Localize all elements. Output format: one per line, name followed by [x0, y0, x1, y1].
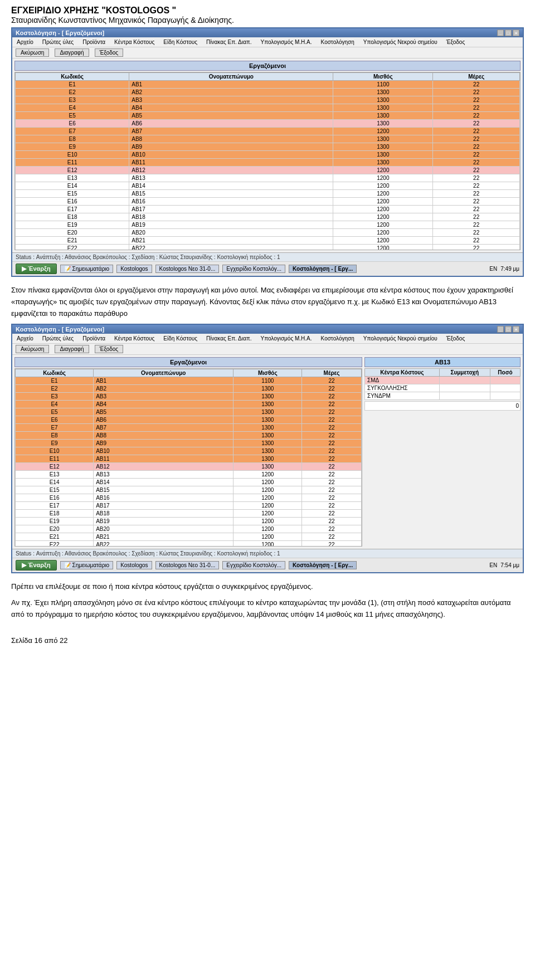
start-button-2[interactable]: ▶ Έναρξη [16, 560, 57, 571]
table-row[interactable]: Ε8 ΑΒ8 1300 22 [16, 135, 520, 143]
minimize-button[interactable]: _ [497, 30, 504, 36]
table-row[interactable]: Ε5 ΑΒ5 1300 22 [16, 112, 520, 120]
menu-eidi[interactable]: Είδη Κόστους [161, 38, 200, 46]
col-days: Μέρες [433, 73, 520, 81]
menu-archeo[interactable]: Αρχείο [14, 38, 36, 46]
taskbar2-kostologisi[interactable]: Κοστολόγηση - [ Εργ... [289, 561, 357, 569]
table-row[interactable]: Ε19 ΑΒ19 1200 22 [16, 518, 362, 525]
cell-participation[interactable] [439, 392, 490, 400]
maximize-button[interactable]: □ [505, 30, 512, 36]
table-row[interactable]: Ε2 ΑΒ2 1300 22 [16, 385, 362, 393]
table-row[interactable]: Ε5 ΑΒ5 1300 22 [16, 408, 362, 416]
menu-exodos[interactable]: Έξοδος [444, 38, 468, 46]
close-button-2[interactable]: × [513, 326, 519, 333]
list-item[interactable]: ΣΥΓΚΟΛΛΗΣΗΣ [365, 384, 521, 392]
table-row[interactable]: Ε4 ΑΒ4 1300 22 [16, 104, 520, 112]
menu2-nekro[interactable]: Υπολογισμός Νεκρού σημείου [361, 335, 440, 342]
table-row[interactable]: Ε1 ΑΒ1 1100 22 [16, 377, 362, 385]
delete-button-2[interactable]: Διαγραφή [55, 345, 89, 353]
table-row[interactable]: Ε14 ΑΒ14 1200 22 [16, 182, 520, 190]
table-row[interactable]: Ε16 ΑΒ16 1200 22 [16, 198, 520, 206]
taskbar-egxeiridio[interactable]: Εγχειρίδιο Κοστολόγ... [222, 265, 285, 273]
employees-table-container[interactable]: Κωδικός Ονοματεπώνυμο Μισθός Μέρες Ε1 ΑΒ… [14, 72, 521, 250]
table-row[interactable]: Ε8 ΑΒ8 1300 22 [16, 432, 362, 440]
taskbar2-kostologos-neo[interactable]: Kostologos Νεο 31-0... [155, 561, 220, 569]
table-row[interactable]: Ε10 ΑΒ10 1300 22 [16, 447, 362, 455]
table-row[interactable]: Ε15 ΑΒ15 1200 22 [16, 486, 362, 494]
menu2-kentra[interactable]: Κέντρα Κόστους [112, 335, 157, 342]
table-row[interactable]: Ε11 ΑΒ11 1300 22 [16, 159, 520, 167]
cancel-button-2[interactable]: Ακύρωση [16, 345, 49, 353]
table-row[interactable]: Ε17 ΑΒ17 1200 22 [16, 206, 520, 213]
table-row[interactable]: Ε20 ΑΒ20 1200 22 [16, 525, 362, 533]
taskbar-kostologos-neo[interactable]: Kostologos Νεο 31-0... [155, 265, 220, 273]
table-row[interactable]: Ε6 ΑΒ6 1300 22 [16, 416, 362, 424]
table-row[interactable]: Ε9 ΑΒ9 1300 22 [16, 440, 362, 447]
table-row[interactable]: Ε15 ΑΒ15 1200 22 [16, 190, 520, 198]
table-row[interactable]: Ε13 ΑΒ13 1200 22 [16, 174, 520, 182]
table-row[interactable]: Ε22 ΑΒ22 1200 22 [16, 245, 520, 251]
cell-salary: 1300 [333, 143, 433, 151]
table-row[interactable]: Ε7 ΑΒ7 1300 22 [16, 424, 362, 432]
taskbar2-kostologos[interactable]: Kostologos [116, 561, 152, 569]
table-row[interactable]: Ε17 ΑΒ17 1200 22 [16, 502, 362, 510]
table-row[interactable]: Ε12 ΑΒ12 1300 22 [16, 463, 362, 471]
menu2-exodos[interactable]: Έξοδος [444, 335, 468, 342]
cell-participation[interactable] [439, 384, 490, 392]
table-row[interactable]: Ε11 ΑΒ11 1300 22 [16, 455, 362, 463]
cell-participation[interactable] [439, 377, 490, 384]
menu-proionta[interactable]: Προϊόντα [80, 38, 108, 46]
exit-button-2[interactable]: Έξοδος [95, 345, 124, 353]
table-row[interactable]: Ε1 ΑΒ1 1100 22 [16, 81, 520, 89]
list-item[interactable]: ΣΜΔ [365, 377, 521, 384]
table-row[interactable]: Ε3 ΑΒ3 1300 22 [16, 96, 520, 104]
delete-button[interactable]: Διαγραφή [55, 48, 89, 57]
exit-button[interactable]: Έξοδος [95, 48, 124, 57]
taskbar-kostologisi[interactable]: Κοστολόγηση - [ Εργ... [289, 265, 357, 273]
left-table-container[interactable]: Κωδικός Ονοματεπώνυμο Μισθός Μέρες Ε1 ΑΒ… [14, 368, 362, 547]
menu-ypolog[interactable]: Υπολογισμός Μ.Η.Α. [258, 38, 314, 46]
taskbar2-egxeiridio[interactable]: Εγχειρίδιο Κοστολόγ... [222, 561, 285, 569]
table-row[interactable]: Ε21 ΑΒ21 1200 22 [16, 533, 362, 541]
menu-protes[interactable]: Πρώτες ύλες [40, 38, 76, 46]
list-item[interactable]: ΣΥΝΔΡΜ [365, 392, 521, 400]
table-row[interactable]: Ε18 ΑΒ18 1200 22 [16, 510, 362, 518]
menu2-eidi[interactable]: Είδη Κόστους [161, 335, 200, 342]
menu-nekro[interactable]: Υπολογισμός Νεκρού σημείου [361, 38, 440, 46]
maximize-button-2[interactable]: □ [505, 326, 512, 333]
menu-kentra[interactable]: Κέντρα Κόστους [112, 38, 157, 46]
menu-kostolog[interactable]: Κοστολόγηση [319, 38, 357, 46]
table-row[interactable]: Ε3 ΑΒ3 1300 22 [16, 393, 362, 401]
cell-code: Ε11 [16, 455, 94, 463]
table-row[interactable]: Ε7 ΑΒ7 1200 22 [16, 128, 520, 135]
table-row[interactable]: Ε10 ΑΒ10 1300 22 [16, 151, 520, 159]
table-row[interactable]: Ε22 ΑΒ22 1200 22 [16, 541, 362, 547]
table-row[interactable]: Ε21 ΑΒ21 1200 22 [16, 237, 520, 245]
table-row[interactable]: Ε20 ΑΒ20 1200 22 [16, 229, 520, 237]
start-button[interactable]: ▶ Έναρξη [16, 264, 57, 274]
table-row[interactable]: Ε9 ΑΒ9 1300 22 [16, 143, 520, 151]
menu2-kostolog[interactable]: Κοστολόγηση [319, 335, 357, 342]
taskbar-kostologos[interactable]: Kostologos [116, 265, 152, 273]
minimize-button-2[interactable]: _ [497, 326, 504, 333]
cancel-button[interactable]: Ακύρωση [16, 48, 49, 57]
menu-pinakas[interactable]: Πίνακας Επ. Διαπ. [204, 38, 254, 46]
table-row[interactable]: Ε6 ΑΒ6 1300 22 [16, 120, 520, 128]
menu2-archeo[interactable]: Αρχείο [14, 335, 36, 342]
table-row[interactable]: Ε4 ΑΒ4 1300 22 [16, 401, 362, 408]
table-row[interactable]: Ε13 ΑΒ13 1200 22 [16, 471, 362, 479]
menu2-protes[interactable]: Πρώτες ύλες [40, 335, 76, 342]
close-button[interactable]: × [513, 30, 519, 36]
taskbar-notepad[interactable]: 📝 Σημειωματάριο [60, 265, 113, 273]
window2-menubar: Αρχείο Πρώτες ύλες Προϊόντα Κέντρα Κόστο… [12, 334, 523, 344]
table-row[interactable]: Ε12 ΑΒ12 1200 22 [16, 167, 520, 174]
table-row[interactable]: Ε2 ΑΒ2 1300 22 [16, 89, 520, 96]
table-row[interactable]: Ε19 ΑΒ19 1200 22 [16, 221, 520, 229]
menu2-proionta[interactable]: Προϊόντα [80, 335, 108, 342]
table-row[interactable]: Ε16 ΑΒ16 1200 22 [16, 494, 362, 502]
table-row[interactable]: Ε18 ΑΒ18 1200 22 [16, 213, 520, 221]
menu2-pinakas[interactable]: Πίνακας Επ. Διαπ. [204, 335, 254, 342]
table-row[interactable]: Ε14 ΑΒ14 1200 22 [16, 479, 362, 486]
taskbar2-notepad[interactable]: 📝 Σημειωματάριο [60, 561, 113, 569]
menu2-ypolog[interactable]: Υπολογισμός Μ.Η.Α. [258, 335, 314, 342]
